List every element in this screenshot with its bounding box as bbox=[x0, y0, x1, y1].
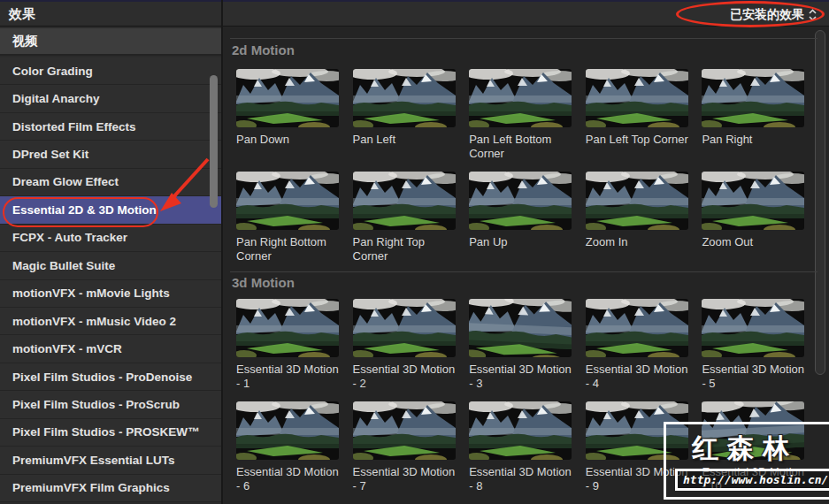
sidebar-item-dpred-set-kit[interactable]: DPred Set Kit bbox=[0, 141, 221, 168]
effects-browser-window: 效果 已安装的效果 视频 Color GradingDigital Anarch… bbox=[0, 0, 829, 504]
effect-item-pan-down[interactable]: Pan Down bbox=[236, 69, 342, 147]
effect-item-essential-3d-motion-10[interactable]: Essential 3D Motion - 10 bbox=[702, 401, 808, 493]
effect-label: Essential 3D Motion - 3 bbox=[469, 363, 575, 391]
effect-thumbnail[interactable] bbox=[702, 401, 804, 460]
sidebar-item-fcpx-auto-tracker[interactable]: FCPX - Auto Tracker bbox=[0, 225, 221, 252]
sidebar-item-pixel-film-studios-proskew[interactable]: Pixel Film Studios - PROSKEW™ bbox=[0, 419, 221, 447]
sidebar-item-premiumvfx-film-graphics[interactable]: PremiumVFX Film Graphics bbox=[0, 475, 221, 502]
effect-thumbnail[interactable] bbox=[353, 69, 456, 127]
effect-thumbnail[interactable] bbox=[353, 172, 456, 230]
effect-thumbnail[interactable] bbox=[353, 299, 456, 357]
effect-label: Essential 3D Motion - 1 bbox=[236, 363, 342, 391]
sidebar-item-magic-bullet-suite[interactable]: Magic Bullet Suite bbox=[0, 252, 221, 279]
effect-thumbnail[interactable] bbox=[236, 299, 339, 357]
effect-label: Essential 3D Motion - 2 bbox=[353, 363, 459, 391]
sidebar-item-distorted-film-effects[interactable]: Distorted Film Effects bbox=[0, 113, 221, 141]
sidebar-item-motionvfx-mmovie-lights[interactable]: motionVFX - mMovie Lights bbox=[0, 280, 221, 308]
sidebar-item-pixel-film-studios-proscrub[interactable]: Pixel Film Studios - ProScrub bbox=[0, 391, 221, 418]
effect-thumbnail[interactable] bbox=[353, 401, 456, 460]
sidebar-item-essential-2d-3d-motion[interactable]: Essential 2D & 3D Motion bbox=[0, 196, 221, 224]
effect-label: Essential 3D Motion - 6 bbox=[236, 465, 342, 493]
effect-label: Pan Down bbox=[236, 133, 342, 147]
effect-item-pan-right-top-corner[interactable]: Pan Right Top Corner bbox=[353, 172, 459, 263]
main-scrollbar-thumb[interactable] bbox=[815, 30, 825, 375]
effect-thumbnail[interactable] bbox=[586, 69, 688, 127]
effect-thumbnail[interactable] bbox=[586, 172, 688, 230]
sidebar-item-premiumvfx-essential-luts[interactable]: PremiumVFX Essential LUTs bbox=[0, 447, 221, 474]
effect-thumbnail[interactable] bbox=[469, 69, 572, 127]
effect-item-essential-3d-motion-8[interactable]: Essential 3D Motion - 8 bbox=[469, 401, 575, 493]
effect-label: Essential 3D Motion - 8 bbox=[469, 465, 575, 493]
effect-label: Essential 3D Motion - 7 bbox=[353, 465, 459, 493]
effect-item-essential-3d-motion-4[interactable]: Essential 3D Motion - 4 bbox=[586, 299, 692, 391]
browser-toolbar: 效果 已安装的效果 bbox=[0, 2, 829, 27]
effect-thumbnail[interactable] bbox=[702, 299, 804, 357]
effect-label: Pan Left Bottom Corner bbox=[469, 133, 575, 161]
effect-label: Essential 3D Motion - 5 bbox=[702, 363, 808, 391]
effect-label: Essential 3D Motion - 4 bbox=[586, 363, 692, 391]
sidebar-section-video[interactable]: 视频 bbox=[0, 28, 221, 56]
effect-thumbnail[interactable] bbox=[236, 69, 339, 127]
effect-thumbnail[interactable] bbox=[236, 172, 339, 230]
effect-item-pan-right-bottom-corner[interactable]: Pan Right Bottom Corner bbox=[236, 172, 342, 263]
sidebar-item-digital-anarchy[interactable]: Digital Anarchy bbox=[0, 85, 221, 112]
effect-label: Zoom In bbox=[586, 235, 692, 249]
effect-item-essential-3d-motion-6[interactable]: Essential 3D Motion - 6 bbox=[236, 401, 342, 493]
effect-item-pan-left-top-corner[interactable]: Pan Left Top Corner bbox=[586, 69, 692, 147]
effect-item-pan-left[interactable]: Pan Left bbox=[353, 69, 459, 147]
effect-label: Pan Right Top Corner bbox=[353, 235, 459, 263]
effect-label: Pan Right bbox=[702, 133, 808, 147]
sidebar-category-list: Color GradingDigital AnarchyDistorted Fi… bbox=[0, 57, 221, 502]
effect-thumbnail[interactable] bbox=[702, 172, 804, 230]
effect-item-essential-3d-motion-7[interactable]: Essential 3D Motion - 7 bbox=[353, 401, 459, 493]
sidebar-scrollbar-thumb[interactable] bbox=[210, 75, 218, 208]
effects-grid-area: 2d Motion Pan Down bbox=[223, 27, 829, 504]
effect-label: Essential 3D Motion - 10 bbox=[702, 465, 808, 493]
dropdown-selected-value: 已安装的效果 bbox=[730, 7, 804, 23]
effect-item-pan-left-bottom-corner[interactable]: Pan Left Bottom Corner bbox=[469, 69, 575, 161]
sidebar-item-dream-glow-effect[interactable]: Dream Glow Effect bbox=[0, 169, 221, 196]
sidebar-item-color-grading[interactable]: Color Grading bbox=[0, 57, 221, 85]
sidebar-item-pixel-film-studios-prodenoise[interactable]: Pixel Film Studios - ProDenoise bbox=[0, 363, 221, 391]
effect-item-pan-right[interactable]: Pan Right bbox=[702, 69, 808, 147]
section-title-3d-motion: 3d Motion bbox=[232, 275, 295, 290]
effect-item-essential-3d-motion-3[interactable]: Essential 3D Motion - 3 bbox=[469, 299, 575, 391]
effect-thumbnail[interactable] bbox=[469, 172, 572, 230]
section-separator bbox=[230, 38, 817, 39]
effect-label: Pan Right Bottom Corner bbox=[236, 235, 342, 263]
effect-label: Essential 3D Motion - 9 bbox=[586, 465, 692, 493]
effect-item-pan-up[interactable]: Pan Up bbox=[469, 172, 575, 249]
effect-thumbnail[interactable] bbox=[469, 401, 572, 460]
effect-thumbnail[interactable] bbox=[702, 69, 804, 127]
effect-label: Pan Up bbox=[469, 235, 575, 249]
section-title-2d-motion: 2d Motion bbox=[232, 42, 295, 57]
effect-item-zoom-out[interactable]: Zoom Out bbox=[702, 172, 808, 249]
effect-item-zoom-in[interactable]: Zoom In bbox=[586, 172, 692, 249]
section-separator bbox=[230, 271, 817, 272]
panel-title: 效果 bbox=[9, 6, 35, 23]
effect-thumbnail[interactable] bbox=[469, 299, 572, 357]
effect-item-essential-3d-motion-9[interactable]: Essential 3D Motion - 9 bbox=[586, 401, 692, 493]
effect-item-essential-3d-motion-5[interactable]: Essential 3D Motion - 5 bbox=[702, 299, 808, 391]
effect-label: Pan Left Top Corner bbox=[586, 133, 692, 147]
effect-item-essential-3d-motion-2[interactable]: Essential 3D Motion - 2 bbox=[353, 299, 459, 391]
effect-label: Pan Left bbox=[353, 133, 459, 147]
effect-thumbnail[interactable] bbox=[236, 401, 339, 460]
effects-category-sidebar: 视频 Color GradingDigital AnarchyDistorted… bbox=[0, 27, 221, 504]
effect-item-essential-3d-motion-1[interactable]: Essential 3D Motion - 1 bbox=[236, 299, 342, 391]
popup-up-down-chevrons-icon bbox=[809, 9, 817, 21]
installed-effects-dropdown[interactable]: 已安装的效果 bbox=[730, 5, 817, 25]
effect-thumbnail[interactable] bbox=[586, 299, 688, 357]
effect-thumbnail[interactable] bbox=[586, 401, 688, 460]
sidebar-item-motionvfx-mvcr[interactable]: motionVFX - mVCR bbox=[0, 335, 221, 363]
effect-label: Zoom Out bbox=[702, 235, 808, 249]
sidebar-item-motionvfx-mmusic-video-2[interactable]: motionVFX - mMusic Video 2 bbox=[0, 308, 221, 335]
